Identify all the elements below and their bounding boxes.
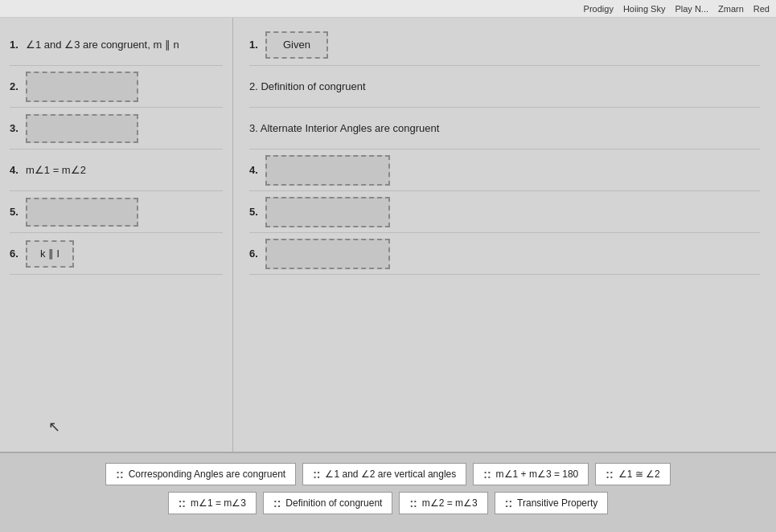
bank-label-angle-congruent: ∠1 ≅ ∠2 <box>618 469 660 480</box>
right-row-number-1: 1. <box>249 39 265 51</box>
bank-label-vertical: ∠1 and ∠2 are vertical angles <box>325 469 456 480</box>
bank-item-m1-m3[interactable]: :: m∠1 = m∠3 <box>168 492 257 514</box>
bank-item-vertical-angles[interactable]: :: ∠1 and ∠2 are vertical angles <box>302 463 466 485</box>
left-statement-4: m∠1 = m∠2 <box>26 164 223 176</box>
left-row-1: 1. ∠1 and ∠3 are congruent, m ∥ n <box>10 24 223 66</box>
row-number-1: 1. <box>10 39 26 51</box>
right-row-2: 2. Definition of congruent <box>249 66 760 108</box>
content-area: 1. ∠1 and ∠3 are congruent, m ∥ n 2. 3. … <box>0 18 776 452</box>
left-panel: 1. ∠1 and ∠3 are congruent, m ∥ n 2. 3. … <box>0 18 233 452</box>
dots-icon-1: :: <box>116 468 123 481</box>
bank-item-def-congruent[interactable]: :: Definition of congruent <box>263 492 392 514</box>
bank-label-def-congruent: Definition of congruent <box>285 497 382 509</box>
bank-row-2: :: m∠1 = m∠3 :: Definition of congruent … <box>13 492 763 514</box>
bank-label-sum180: m∠1 + m∠3 = 180 <box>496 469 579 480</box>
cursor-arrow: ↖ <box>48 418 60 436</box>
dots-icon-2: :: <box>313 468 320 481</box>
left-dashed-5[interactable] <box>26 198 138 227</box>
left-row-3: 3. <box>10 108 223 149</box>
dots-icon-3: :: <box>483 468 491 481</box>
row-number-3: 3. <box>10 122 26 134</box>
topbar-play: Play N... <box>675 4 708 14</box>
topbar-red[interactable]: Red <box>753 4 770 14</box>
left-dashed-3[interactable] <box>26 114 138 143</box>
left-row-5: 5. <box>10 191 223 233</box>
bottom-bank: :: Corresponding Angles are congruent ::… <box>0 452 776 532</box>
right-given-1: Given <box>265 31 328 59</box>
bank-item-transitive[interactable]: :: Transitive Property <box>495 492 609 514</box>
bank-item-sum180[interactable]: :: m∠1 + m∠3 = 180 <box>473 463 589 485</box>
dots-icon-4: :: <box>606 468 613 481</box>
right-dashed-4[interactable] <box>265 155 390 186</box>
bank-label-corresponding: Corresponding Angles are congruent <box>129 469 285 480</box>
right-panel: 1. Given 2. Definition of congruent 3. A… <box>233 18 776 452</box>
left-statement-1: ∠1 and ∠3 are congruent, m ∥ n <box>26 39 223 51</box>
top-bar: Prodigy Hoiing Sky Play N... Zmarn Red <box>0 0 776 18</box>
row-number-5: 5. <box>10 206 26 218</box>
right-row-number-5: 5. <box>249 206 265 218</box>
topbar-hoiing: Hoiing Sky <box>623 4 666 14</box>
row-number-2: 2. <box>10 80 26 92</box>
row-number-6: 6. <box>10 248 26 260</box>
right-dashed-6[interactable] <box>265 239 390 269</box>
right-row-number-6: 6. <box>249 248 265 260</box>
right-dashed-5[interactable] <box>265 197 390 227</box>
left-row-6: 6. k ∥ l <box>10 233 223 275</box>
right-row-3: 3. Alternate Interior Angles are congrue… <box>249 108 760 149</box>
row-number-4: 4. <box>10 164 26 176</box>
bank-label-m2-m3: m∠2 = m∠3 <box>422 497 478 509</box>
bank-label-transitive: Transitive Property <box>517 497 597 509</box>
dots-icon-5: :: <box>179 497 186 509</box>
main-container: Prodigy Hoiing Sky Play N... Zmarn Red 1… <box>0 0 776 532</box>
dots-icon-6: :: <box>273 497 281 509</box>
dots-icon-8: :: <box>505 497 512 509</box>
left-row-2: 2. <box>10 66 223 108</box>
right-row-1: 1. Given <box>249 24 760 66</box>
topbar-prodigy: Prodigy <box>584 4 614 14</box>
right-row-5: 5. <box>249 191 760 233</box>
bank-item-angle1-congruent-angle2[interactable]: :: ∠1 ≅ ∠2 <box>595 463 670 485</box>
right-statement-3: 3. Alternate Interior Angles are congrue… <box>249 122 760 134</box>
topbar-zmarn[interactable]: Zmarn <box>718 4 744 14</box>
left-filled-6: k ∥ l <box>26 240 74 268</box>
right-row-6: 6. <box>249 233 760 275</box>
left-row-4: 4. m∠1 = m∠2 <box>10 149 223 191</box>
bank-row-1: :: Corresponding Angles are congruent ::… <box>13 463 763 485</box>
left-dashed-2[interactable] <box>26 72 138 102</box>
right-statement-2: 2. Definition of congruent <box>249 80 760 92</box>
bank-label-m1-m3: m∠1 = m∠3 <box>191 497 246 509</box>
right-row-4: 4. <box>249 149 760 191</box>
dots-icon-7: :: <box>409 497 417 509</box>
bank-item-m2-m3[interactable]: :: m∠2 = m∠3 <box>399 492 487 514</box>
bank-item-corresponding[interactable]: :: Corresponding Angles are congruent <box>105 463 296 485</box>
right-row-number-4: 4. <box>249 164 265 176</box>
